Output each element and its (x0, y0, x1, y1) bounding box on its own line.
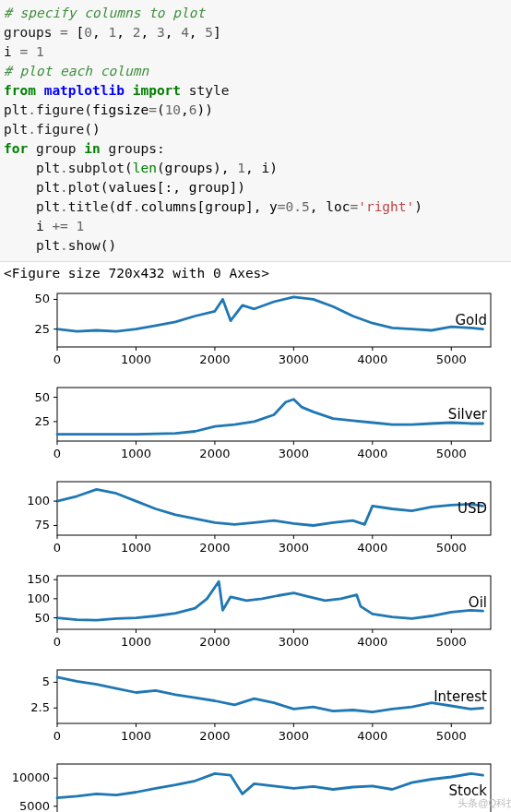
code-line: # plot each column (4, 62, 507, 81)
chart-svg: 010002000300040005000500010000Stock (2, 758, 500, 812)
subplot-gold: 0100020003000400050002550Gold (2, 288, 509, 369)
subplot-usd: 01000200030004000500075100USD (2, 476, 509, 557)
code-cell: # specify columns to plot groups = [0, 1… (0, 0, 511, 262)
svg-text:4000: 4000 (357, 729, 387, 743)
svg-text:1000: 1000 (121, 352, 151, 366)
svg-text:10000: 10000 (12, 770, 50, 784)
code-line: i += 1 (4, 217, 507, 236)
subplot-oil: 01000200030004000500050100150Oil (2, 570, 509, 651)
svg-text:3000: 3000 (279, 635, 309, 649)
svg-text:5000: 5000 (436, 635, 467, 649)
svg-text:100: 100 (27, 591, 50, 605)
svg-text:1000: 1000 (121, 729, 151, 743)
svg-text:5000: 5000 (19, 799, 50, 812)
comment: # specify columns to plot (4, 6, 205, 20)
code-line: from matplotlib import style (4, 81, 507, 101)
svg-text:1000: 1000 (121, 541, 151, 555)
svg-text:0: 0 (53, 352, 61, 366)
svg-text:4000: 4000 (357, 352, 387, 366)
svg-text:5: 5 (42, 675, 50, 689)
svg-text:50: 50 (34, 293, 50, 306)
svg-text:100: 100 (27, 494, 50, 508)
svg-rect-70 (57, 670, 491, 723)
comment: # plot each column (4, 64, 149, 78)
svg-text:50: 50 (34, 390, 50, 404)
svg-text:4000: 4000 (357, 447, 387, 460)
svg-text:2000: 2000 (199, 635, 230, 649)
svg-text:0: 0 (53, 635, 61, 649)
svg-text:5000: 5000 (436, 729, 467, 743)
chart-svg: 0100020003000400050002.55Interest (2, 664, 500, 744)
svg-text:3000: 3000 (279, 447, 309, 460)
svg-text:2000: 2000 (199, 729, 230, 743)
svg-text:2000: 2000 (199, 447, 230, 460)
code-line: plt.show() (4, 236, 507, 256)
chart-svg: 01000200030004000500075100USD (2, 476, 500, 555)
svg-text:2.5: 2.5 (30, 700, 50, 714)
code-line: # specify columns to plot (4, 4, 507, 23)
svg-text:25: 25 (34, 414, 50, 428)
svg-text:25: 25 (34, 322, 50, 336)
code-line: plt.figure(figsize=(10,6)) (4, 101, 507, 120)
code-line: groups = [0, 1, 2, 3, 4, 5] (4, 23, 507, 42)
chart-svg: 0100020003000400050002550Silver (2, 382, 500, 461)
svg-text:3000: 3000 (279, 352, 309, 366)
svg-text:4000: 4000 (357, 541, 387, 555)
code-line: plt.plot(values[:, group]) (4, 178, 507, 197)
code-line: plt.title(df.columns[group], y=0.5, loc=… (4, 197, 507, 217)
figure-size-text: <Figure size 720x432 with 0 Axes> (4, 266, 269, 281)
svg-text:5000: 5000 (436, 541, 467, 555)
charts-container: 0100020003000400050002550Gold01000200030… (0, 288, 511, 812)
chart-svg: 01000200030004000500050100150Oil (2, 570, 500, 650)
chart-title: Silver (448, 406, 488, 423)
chart-title: Oil (469, 594, 487, 611)
subplot-silver: 0100020003000400050002550Silver (2, 382, 509, 463)
svg-text:2000: 2000 (199, 541, 230, 555)
code-line: plt.subplot(len(groups), 1, i) (4, 159, 507, 178)
code-line: for group in groups: (4, 139, 507, 159)
chart-title: Gold (456, 312, 488, 328)
svg-text:5000: 5000 (436, 352, 467, 366)
svg-text:1000: 1000 (121, 447, 151, 460)
svg-rect-87 (57, 764, 491, 812)
svg-rect-51 (57, 576, 491, 629)
svg-text:3000: 3000 (279, 541, 309, 555)
subplot-stock: 010002000300040005000500010000Stock (2, 758, 509, 812)
svg-text:0: 0 (53, 729, 61, 743)
svg-text:0: 0 (53, 447, 61, 460)
svg-text:4000: 4000 (357, 635, 387, 649)
chart-title: Interest (434, 688, 487, 705)
svg-text:3000: 3000 (279, 729, 309, 743)
output-text: <Figure size 720x432 with 0 Axes> (0, 262, 511, 282)
chart-title: USD (458, 500, 487, 517)
svg-text:1000: 1000 (121, 635, 151, 649)
code-line: i = 1 (4, 42, 507, 62)
svg-text:5000: 5000 (436, 447, 467, 460)
svg-text:150: 150 (27, 572, 50, 586)
svg-text:50: 50 (34, 611, 50, 625)
svg-text:75: 75 (34, 519, 50, 532)
subplot-interest: 0100020003000400050002.55Interest (2, 664, 509, 746)
chart-svg: 0100020003000400050002550Gold (2, 288, 500, 367)
chart-title: Stock (448, 782, 487, 799)
svg-text:0: 0 (53, 541, 61, 555)
code-line: plt.figure() (4, 120, 507, 139)
svg-text:2000: 2000 (199, 352, 230, 366)
